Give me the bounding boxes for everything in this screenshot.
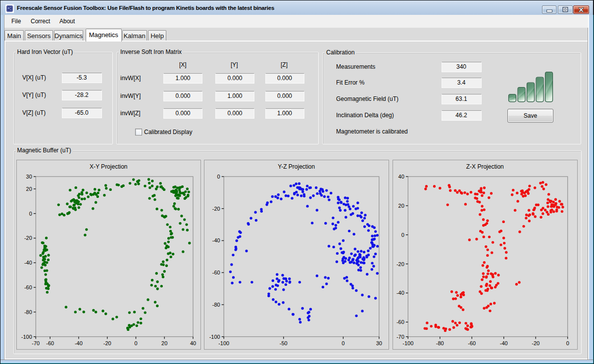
svg-text:-100: -100 — [21, 334, 32, 340]
svg-text:-20: -20 — [532, 340, 540, 346]
svg-text:0: 0 — [401, 232, 404, 238]
svg-text:-80: -80 — [24, 309, 32, 315]
svg-text:0: 0 — [134, 340, 137, 346]
svg-text:20: 20 — [26, 186, 32, 192]
svg-text:-40: -40 — [396, 290, 404, 296]
svg-text:-80: -80 — [436, 340, 444, 346]
svg-text:-60: -60 — [24, 284, 32, 290]
svg-text:0: 0 — [342, 340, 345, 346]
svg-text:-60: -60 — [212, 270, 220, 275]
svg-text:-70: -70 — [396, 334, 404, 340]
svg-text:-50: -50 — [280, 340, 288, 346]
svg-text:30: 30 — [376, 340, 382, 346]
svg-text:-100: -100 — [402, 340, 413, 346]
svg-text:40: 40 — [398, 174, 404, 180]
svg-text:-100: -100 — [218, 340, 229, 346]
svg-text:-40: -40 — [500, 340, 508, 346]
svg-text:-100: -100 — [209, 334, 220, 340]
svg-text:40: 40 — [190, 340, 196, 346]
svg-text:-20: -20 — [396, 261, 404, 267]
svg-text:-70: -70 — [32, 340, 40, 346]
svg-text:30: 30 — [26, 174, 32, 180]
svg-text:20: 20 — [398, 203, 404, 209]
svg-text:-20: -20 — [24, 235, 32, 241]
svg-text:0: 0 — [217, 174, 220, 180]
svg-text:-40: -40 — [24, 260, 32, 266]
svg-text:-60: -60 — [46, 340, 54, 346]
svg-text:20: 20 — [161, 340, 167, 346]
svg-text:-60: -60 — [396, 319, 404, 325]
svg-text:-80: -80 — [212, 302, 220, 308]
svg-text:-20: -20 — [212, 206, 220, 212]
svg-text:0: 0 — [29, 211, 32, 217]
svg-text:-20: -20 — [103, 340, 111, 346]
svg-text:-40: -40 — [75, 340, 83, 346]
svg-text:-40: -40 — [212, 237, 220, 243]
svg-text:-60: -60 — [468, 340, 476, 346]
svg-text:0: 0 — [566, 340, 569, 346]
